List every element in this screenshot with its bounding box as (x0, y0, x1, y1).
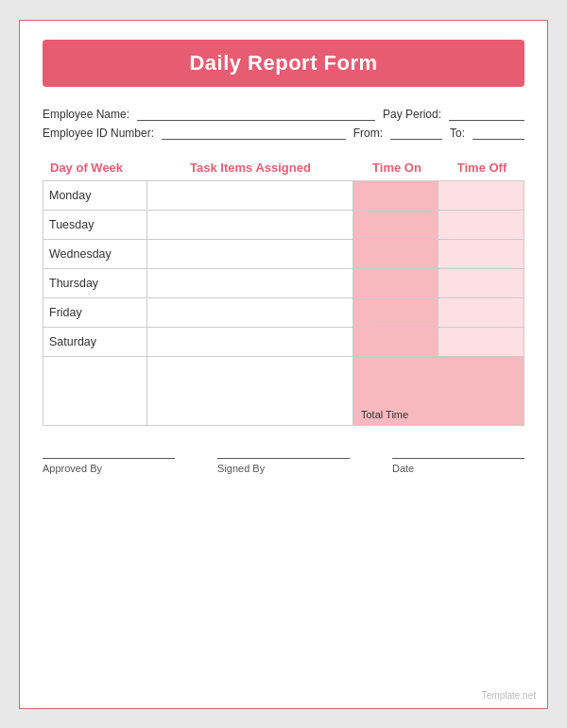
to-line[interactable] (472, 127, 524, 140)
col-header-day: Day of Week (43, 157, 146, 180)
cell-timeon-3[interactable] (353, 269, 438, 297)
cell-task-4[interactable] (147, 298, 353, 327)
cell-day-5[interactable]: Saturday (43, 328, 147, 356)
from-line[interactable] (390, 127, 442, 140)
table-row: Monday (43, 181, 524, 211)
pay-period-label: Pay Period: (383, 108, 441, 121)
footer-section: Approved By Signed By Date (43, 454, 524, 474)
date-label: Date (392, 463, 414, 474)
table-header: Day of Week Task Items Assigned Time On … (43, 157, 524, 180)
cell-timeon-4[interactable] (353, 298, 438, 327)
signed-label: Signed By (217, 463, 265, 474)
fields-section: Employee Name: Pay Period: Employee ID N… (43, 108, 524, 140)
cell-day-1[interactable]: Tuesday (43, 211, 147, 239)
cell-day-4[interactable]: Friday (43, 298, 147, 327)
cell-timeon-5[interactable] (353, 328, 438, 356)
total-time-label: Total Time (361, 409, 516, 420)
cell-timeoff-3[interactable] (438, 269, 524, 297)
cell-day-2[interactable]: Wednesday (43, 240, 147, 268)
date-line (392, 458, 524, 459)
approved-line (43, 458, 175, 459)
total-day-cell (43, 357, 147, 425)
table-row: Saturday (43, 328, 524, 356)
total-row: Total Time (43, 356, 524, 425)
cell-timeon-0[interactable] (353, 181, 438, 210)
footer-approved: Approved By (43, 458, 175, 474)
page: Daily Report Form Employee Name: Pay Per… (19, 20, 548, 709)
cell-task-1[interactable] (147, 211, 353, 239)
footer-signed: Signed By (217, 458, 350, 474)
cell-timeoff-4[interactable] (438, 298, 524, 327)
cell-timeoff-0[interactable] (438, 181, 524, 210)
total-task-cell (147, 357, 353, 425)
watermark: Template.net (482, 690, 536, 701)
employee-name-line[interactable] (137, 108, 375, 121)
pay-period-line[interactable] (449, 108, 524, 121)
employee-name-label: Employee Name: (43, 108, 129, 121)
table-row: Wednesday (43, 240, 524, 269)
cell-task-0[interactable] (147, 181, 353, 210)
footer-date: Date (392, 458, 524, 474)
fields-row-2: Employee ID Number: From: To: (43, 127, 524, 140)
col-header-timeoff: Time Off (439, 157, 524, 180)
col-header-timeon: Time On (354, 157, 439, 180)
from-label: From: (353, 127, 383, 140)
fields-row-1: Employee Name: Pay Period: (43, 108, 524, 121)
all-rows: Monday Tuesday Wednesday Thursday Friday (43, 181, 524, 356)
cell-timeon-2[interactable] (353, 240, 438, 268)
table-row: Friday (43, 298, 524, 328)
table-row: Tuesday (43, 211, 524, 240)
header-bar: Daily Report Form (43, 40, 524, 87)
cell-task-3[interactable] (147, 269, 353, 297)
cell-timeoff-5[interactable] (438, 328, 524, 356)
col-header-task: Task Items Assigned (146, 157, 354, 180)
cell-timeoff-2[interactable] (438, 240, 524, 268)
approved-label: Approved By (43, 463, 102, 474)
page-title: Daily Report Form (61, 51, 506, 76)
employee-id-line[interactable] (162, 127, 346, 140)
to-label: To: (450, 127, 465, 140)
table-section: Day of Week Task Items Assigned Time On … (43, 157, 524, 426)
total-time-cell: Total Time (353, 357, 524, 425)
signed-line (217, 458, 350, 459)
cell-day-0[interactable]: Monday (43, 181, 147, 210)
cell-day-3[interactable]: Thursday (43, 269, 147, 297)
cell-timeoff-1[interactable] (438, 211, 524, 239)
table-row: Thursday (43, 269, 524, 298)
cell-task-5[interactable] (147, 328, 353, 356)
table-body-wrapper: Monday Tuesday Wednesday Thursday Friday (43, 180, 524, 426)
cell-task-2[interactable] (147, 240, 353, 268)
employee-id-label: Employee ID Number: (43, 127, 154, 140)
cell-timeon-1[interactable] (353, 211, 438, 239)
